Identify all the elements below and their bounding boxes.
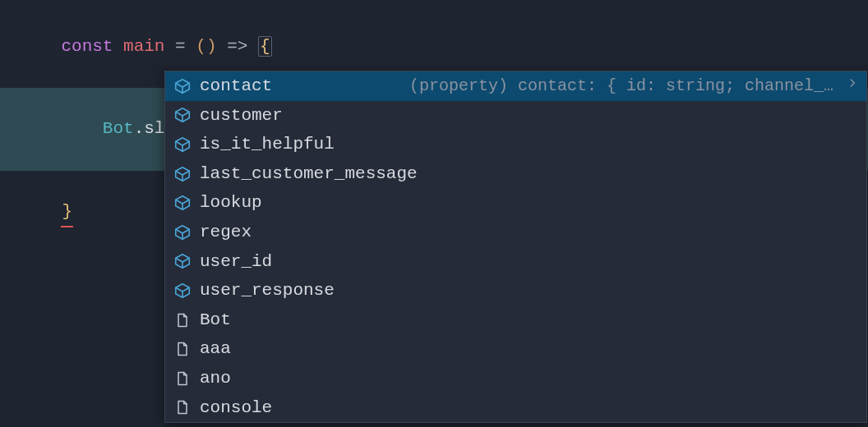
file-icon [173,311,192,329]
code-editor[interactable]: const main = () => { Bot.slots. } contac… [0,0,868,255]
code-token-ident: main [123,37,164,56]
completion-item[interactable]: console [165,393,866,423]
code-token-indent [61,119,102,138]
completion-popup[interactable]: contact(property) contact: { id: string;… [164,71,867,423]
completion-item[interactable]: customer [165,101,866,131]
code-token-operator: = [175,37,186,56]
completion-item-label: is_it_helpful [200,131,335,158]
code-token-keyword: const [61,37,113,56]
completion-item[interactable]: aaa [165,334,866,364]
completion-item[interactable]: lookup [165,188,866,218]
field-icon [173,282,192,300]
completion-item[interactable]: ano [165,364,866,393]
completion-item[interactable]: Bot [165,305,866,335]
code-token-brace-open: { [258,36,272,57]
field-icon [173,135,192,154]
completion-item-label: console [200,394,272,422]
code-token-parens: () [196,37,216,56]
file-icon [173,398,192,416]
field-icon [173,223,192,241]
field-icon [173,252,192,270]
completion-item-label: Bot [200,306,231,334]
completion-item-label: contact [200,72,272,100]
field-icon [173,77,192,95]
code-token-dot: . [134,119,145,138]
completion-item[interactable]: contact(property) contact: { id: string;… [165,71,866,101]
completion-item-label: lookup [200,189,262,217]
field-icon [173,106,192,124]
completion-item-label: user_response [200,277,335,305]
field-icon [173,194,192,212]
completion-item-label: regex [200,218,252,246]
completion-item-label: ano [200,365,231,393]
code-token-arrow: => [227,37,247,56]
completion-item[interactable]: regex [165,218,866,247]
completion-item[interactable]: user_response [165,276,866,305]
completion-item-label: customer [200,102,283,130]
code-token-brace-close: } [61,198,73,227]
file-icon [173,370,192,388]
file-icon [173,340,192,358]
completion-item-label: aaa [200,335,231,363]
completion-item-detail: (property) contact: { id: string; channe… [409,73,838,99]
field-icon [173,165,192,183]
code-token-object: Bot [103,119,134,138]
completion-item-label: last_customer_message [200,160,418,188]
completion-item[interactable]: user_id [165,247,866,277]
completion-item[interactable]: is_it_helpful [165,130,866,159]
completion-item-label: user_id [200,248,272,276]
completion-item[interactable]: last_customer_message [165,159,866,189]
chevron-right-icon[interactable] [847,72,858,100]
